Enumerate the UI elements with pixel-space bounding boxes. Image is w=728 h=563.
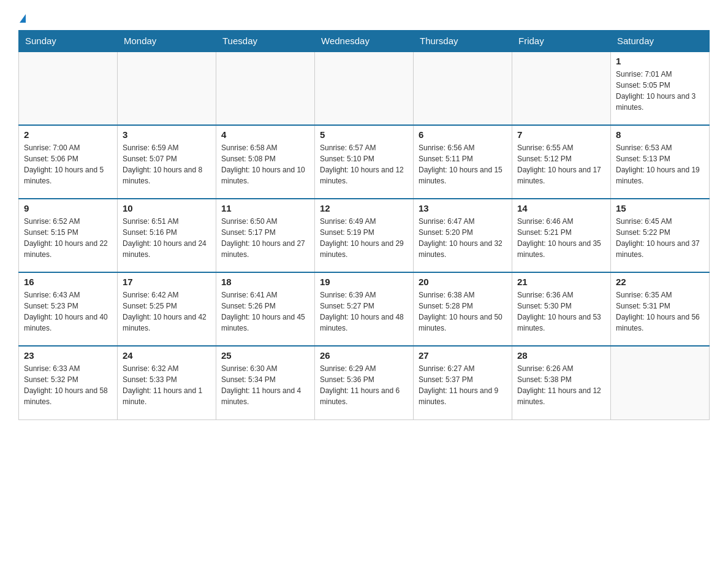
day-info: Sunrise: 6:43 AMSunset: 5:23 PMDaylight:… bbox=[24, 289, 112, 334]
page-header bbox=[18, 12, 710, 24]
day-number: 14 bbox=[517, 203, 605, 213]
weekday-header-saturday: Saturday bbox=[611, 31, 710, 52]
calendar-cell: 25Sunrise: 6:30 AMSunset: 5:34 PMDayligh… bbox=[216, 346, 315, 419]
calendar-cell: 2Sunrise: 7:00 AMSunset: 5:06 PMDaylight… bbox=[19, 125, 118, 199]
calendar-cell: 12Sunrise: 6:49 AMSunset: 5:19 PMDayligh… bbox=[315, 199, 414, 272]
weekday-header-sunday: Sunday bbox=[19, 31, 118, 52]
calendar-cell bbox=[19, 52, 118, 125]
weekday-header-monday: Monday bbox=[118, 31, 216, 52]
day-info: Sunrise: 6:49 AMSunset: 5:19 PMDaylight:… bbox=[320, 216, 408, 260]
day-info: Sunrise: 6:39 AMSunset: 5:27 PMDaylight:… bbox=[320, 289, 408, 334]
day-number: 6 bbox=[419, 129, 507, 140]
day-info: Sunrise: 7:01 AMSunset: 5:05 PMDaylight:… bbox=[616, 69, 704, 113]
day-number: 21 bbox=[517, 277, 605, 287]
calendar-week-1: 1Sunrise: 7:01 AMSunset: 5:05 PMDaylight… bbox=[19, 52, 710, 125]
day-info: Sunrise: 6:52 AMSunset: 5:15 PMDaylight:… bbox=[24, 216, 112, 260]
calendar-cell: 26Sunrise: 6:29 AMSunset: 5:36 PMDayligh… bbox=[315, 346, 414, 419]
day-info: Sunrise: 6:41 AMSunset: 5:26 PMDaylight:… bbox=[221, 289, 309, 334]
calendar-table: SundayMondayTuesdayWednesdayThursdayFrid… bbox=[18, 30, 710, 420]
day-number: 13 bbox=[419, 203, 507, 213]
calendar-cell bbox=[414, 52, 512, 125]
calendar-cell: 11Sunrise: 6:50 AMSunset: 5:17 PMDayligh… bbox=[216, 199, 315, 272]
calendar-cell: 3Sunrise: 6:59 AMSunset: 5:07 PMDaylight… bbox=[118, 125, 216, 199]
day-info: Sunrise: 6:30 AMSunset: 5:34 PMDaylight:… bbox=[221, 363, 309, 407]
calendar-cell: 27Sunrise: 6:27 AMSunset: 5:37 PMDayligh… bbox=[414, 346, 512, 419]
calendar-cell: 22Sunrise: 6:35 AMSunset: 5:31 PMDayligh… bbox=[611, 272, 710, 346]
day-number: 28 bbox=[517, 350, 605, 361]
day-info: Sunrise: 6:26 AMSunset: 5:38 PMDaylight:… bbox=[517, 363, 605, 407]
day-info: Sunrise: 6:50 AMSunset: 5:17 PMDaylight:… bbox=[221, 216, 309, 260]
day-info: Sunrise: 6:53 AMSunset: 5:13 PMDaylight:… bbox=[616, 142, 704, 186]
weekday-header-thursday: Thursday bbox=[414, 31, 512, 52]
day-info: Sunrise: 6:32 AMSunset: 5:33 PMDaylight:… bbox=[123, 363, 211, 407]
calendar-cell: 7Sunrise: 6:55 AMSunset: 5:12 PMDaylight… bbox=[512, 125, 611, 199]
day-info: Sunrise: 6:56 AMSunset: 5:11 PMDaylight:… bbox=[419, 142, 507, 186]
day-info: Sunrise: 6:59 AMSunset: 5:07 PMDaylight:… bbox=[123, 142, 211, 186]
calendar-cell: 16Sunrise: 6:43 AMSunset: 5:23 PMDayligh… bbox=[19, 272, 118, 346]
calendar-cell bbox=[315, 52, 414, 125]
day-number: 11 bbox=[221, 203, 309, 213]
weekday-header-wednesday: Wednesday bbox=[315, 31, 414, 52]
day-info: Sunrise: 6:36 AMSunset: 5:30 PMDaylight:… bbox=[517, 289, 605, 334]
day-info: Sunrise: 6:46 AMSunset: 5:21 PMDaylight:… bbox=[517, 216, 605, 260]
calendar-cell bbox=[611, 346, 710, 419]
calendar-cell: 10Sunrise: 6:51 AMSunset: 5:16 PMDayligh… bbox=[118, 199, 216, 272]
day-number: 4 bbox=[221, 129, 309, 140]
day-number: 1 bbox=[616, 56, 704, 66]
calendar-cell: 21Sunrise: 6:36 AMSunset: 5:30 PMDayligh… bbox=[512, 272, 611, 346]
day-number: 22 bbox=[616, 277, 704, 287]
calendar-cell: 13Sunrise: 6:47 AMSunset: 5:20 PMDayligh… bbox=[414, 199, 512, 272]
calendar-week-2: 2Sunrise: 7:00 AMSunset: 5:06 PMDaylight… bbox=[19, 125, 710, 199]
day-info: Sunrise: 6:35 AMSunset: 5:31 PMDaylight:… bbox=[616, 289, 704, 334]
calendar-cell bbox=[512, 52, 611, 125]
calendar-cell: 15Sunrise: 6:45 AMSunset: 5:22 PMDayligh… bbox=[611, 199, 710, 272]
calendar-cell: 18Sunrise: 6:41 AMSunset: 5:26 PMDayligh… bbox=[216, 272, 315, 346]
calendar-cell: 17Sunrise: 6:42 AMSunset: 5:25 PMDayligh… bbox=[118, 272, 216, 346]
calendar-cell: 23Sunrise: 6:33 AMSunset: 5:32 PMDayligh… bbox=[19, 346, 118, 419]
day-number: 24 bbox=[123, 350, 211, 361]
day-info: Sunrise: 6:51 AMSunset: 5:16 PMDaylight:… bbox=[123, 216, 211, 260]
day-number: 10 bbox=[123, 203, 211, 213]
day-number: 25 bbox=[221, 350, 309, 361]
day-info: Sunrise: 6:29 AMSunset: 5:36 PMDaylight:… bbox=[320, 363, 408, 407]
day-info: Sunrise: 6:38 AMSunset: 5:28 PMDaylight:… bbox=[419, 289, 507, 334]
day-info: Sunrise: 6:47 AMSunset: 5:20 PMDaylight:… bbox=[419, 216, 507, 260]
day-info: Sunrise: 6:58 AMSunset: 5:08 PMDaylight:… bbox=[221, 142, 309, 186]
day-number: 15 bbox=[616, 203, 704, 213]
calendar-week-5: 23Sunrise: 6:33 AMSunset: 5:32 PMDayligh… bbox=[19, 346, 710, 419]
calendar-cell: 20Sunrise: 6:38 AMSunset: 5:28 PMDayligh… bbox=[414, 272, 512, 346]
day-number: 9 bbox=[24, 203, 112, 213]
day-info: Sunrise: 6:55 AMSunset: 5:12 PMDaylight:… bbox=[517, 142, 605, 186]
day-info: Sunrise: 6:57 AMSunset: 5:10 PMDaylight:… bbox=[320, 142, 408, 186]
day-number: 16 bbox=[24, 277, 112, 287]
day-number: 18 bbox=[221, 277, 309, 287]
calendar-cell: 9Sunrise: 6:52 AMSunset: 5:15 PMDaylight… bbox=[19, 199, 118, 272]
calendar-cell: 5Sunrise: 6:57 AMSunset: 5:10 PMDaylight… bbox=[315, 125, 414, 199]
calendar-week-3: 9Sunrise: 6:52 AMSunset: 5:15 PMDaylight… bbox=[19, 199, 710, 272]
day-info: Sunrise: 7:00 AMSunset: 5:06 PMDaylight:… bbox=[24, 142, 112, 186]
calendar-cell: 24Sunrise: 6:32 AMSunset: 5:33 PMDayligh… bbox=[118, 346, 216, 419]
day-number: 2 bbox=[24, 129, 112, 140]
calendar-header-row: SundayMondayTuesdayWednesdayThursdayFrid… bbox=[19, 31, 710, 52]
day-number: 20 bbox=[419, 277, 507, 287]
day-number: 23 bbox=[24, 350, 112, 361]
calendar-cell: 14Sunrise: 6:46 AMSunset: 5:21 PMDayligh… bbox=[512, 199, 611, 272]
calendar-cell: 4Sunrise: 6:58 AMSunset: 5:08 PMDaylight… bbox=[216, 125, 315, 199]
day-number: 26 bbox=[320, 350, 408, 361]
weekday-header-tuesday: Tuesday bbox=[216, 31, 315, 52]
calendar-cell bbox=[118, 52, 216, 125]
calendar-cell: 19Sunrise: 6:39 AMSunset: 5:27 PMDayligh… bbox=[315, 272, 414, 346]
day-number: 27 bbox=[419, 350, 507, 361]
day-number: 5 bbox=[320, 129, 408, 140]
day-number: 7 bbox=[517, 129, 605, 140]
day-info: Sunrise: 6:45 AMSunset: 5:22 PMDaylight:… bbox=[616, 216, 704, 260]
calendar-cell: 6Sunrise: 6:56 AMSunset: 5:11 PMDaylight… bbox=[414, 125, 512, 199]
day-number: 12 bbox=[320, 203, 408, 213]
day-number: 3 bbox=[123, 129, 211, 140]
calendar-cell: 8Sunrise: 6:53 AMSunset: 5:13 PMDaylight… bbox=[611, 125, 710, 199]
calendar-cell bbox=[216, 52, 315, 125]
logo bbox=[18, 12, 26, 24]
calendar-week-4: 16Sunrise: 6:43 AMSunset: 5:23 PMDayligh… bbox=[19, 272, 710, 346]
logo-triangle-icon bbox=[20, 14, 26, 23]
calendar-cell: 1Sunrise: 7:01 AMSunset: 5:05 PMDaylight… bbox=[611, 52, 710, 125]
